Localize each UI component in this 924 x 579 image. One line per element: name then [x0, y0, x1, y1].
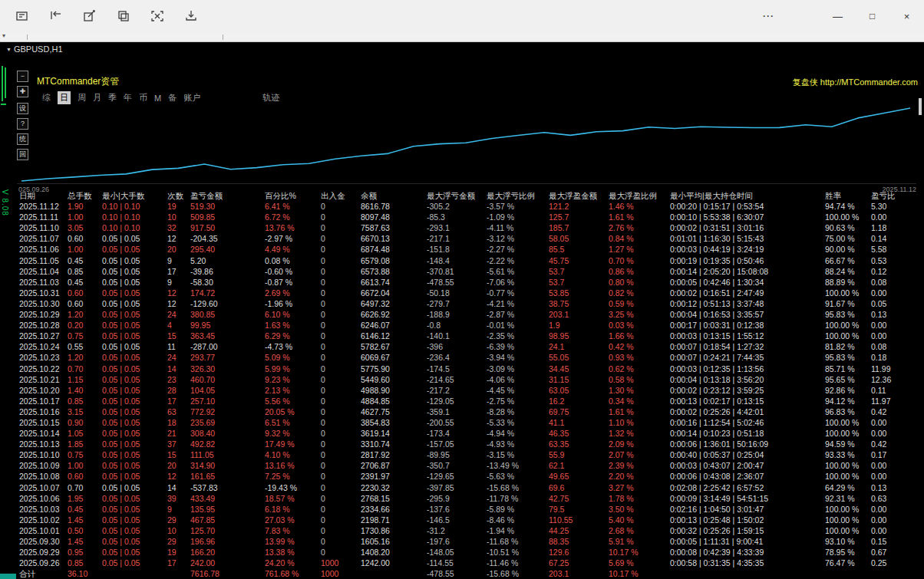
cell-pct: 13.38 %: [265, 547, 321, 558]
cell-balance: 1605.16: [361, 536, 427, 547]
cell-inout: 0: [321, 515, 361, 525]
cell-ratio: 0.00: [871, 471, 924, 482]
cell-balance: 3310.74: [361, 439, 427, 449]
cell-pct: 18.57 %: [265, 493, 321, 504]
cell-count: 63: [167, 406, 190, 417]
cell-date: 2025.10.20: [19, 385, 68, 396]
cell-minmax: 0.05 | 0.05: [102, 309, 167, 320]
cell-ratio: 0.00: [871, 428, 924, 439]
close-button[interactable]: ×: [889, 0, 924, 32]
cell-times: 0:00:19 | 0:19:35 | 0:50:46: [670, 255, 825, 266]
column-header: 最大浮盈比例: [609, 190, 670, 201]
window-icon[interactable]: [12, 7, 32, 25]
minimize-button[interactable]: —: [820, 0, 855, 32]
cell-balance: 3619.14: [361, 428, 427, 439]
cell-times: 0:00:08 | 0:42:39 | 4:33:39: [670, 547, 825, 558]
cell-win: 100.00 %: [825, 504, 871, 515]
cell-count: 17: [167, 266, 190, 277]
cell-mdd: -174.5: [427, 364, 487, 374]
column-header: 余额: [361, 190, 427, 201]
cell-pl: 509.85: [190, 212, 265, 222]
cell-minmax: 0.05 | 0.05: [102, 288, 167, 298]
cell-lots: 1.00: [68, 244, 102, 255]
cell-pct: 2.13 %: [265, 385, 321, 396]
cell-mfp: 38.75: [549, 298, 609, 309]
cell-count: 21: [167, 428, 190, 439]
cell-mfp: 203.1: [549, 568, 609, 579]
cell-mdd_pct: -1.94 %: [487, 525, 549, 536]
cell-pl: 380.85: [190, 309, 265, 320]
scrollbar-thumb[interactable]: [919, 98, 922, 115]
column-header: 总手数: [68, 190, 102, 201]
toolbar-left-icons: [0, 7, 201, 25]
cell-pct: 6.41 %: [265, 201, 321, 212]
cell-ratio: 0.00: [871, 212, 924, 222]
cell-mfp: 69.75: [549, 406, 609, 417]
cell-minmax: 0.05 | 0.05: [102, 331, 167, 341]
cell-inout: 0: [321, 417, 361, 428]
cell-mfp_pct: 0.86 %: [609, 266, 670, 277]
cell-pl: 314.90: [190, 460, 265, 471]
cell-balance: 5449.60: [361, 374, 427, 385]
cell-count: 9: [167, 504, 190, 515]
cell-win: 64.29 %: [825, 482, 871, 493]
cell-times: 0:00:04 | 0:16:53 | 3:35:57: [670, 309, 825, 320]
cell-inout: 0: [321, 233, 361, 244]
more-icon[interactable]: ⋯: [753, 9, 784, 23]
cell-times: 0:00:14 | 0:10:23 | 0:51:18: [670, 428, 825, 439]
cell-pct: 20.05 %: [265, 406, 321, 417]
cell-pct: 6.51 %: [265, 417, 321, 428]
cell-mdd_pct: -4.45 %: [487, 385, 549, 396]
cell-minmax: 0.10 | 0.10: [102, 212, 167, 222]
cell-mfp: 69.6: [549, 482, 609, 493]
cell-minmax: 0.05 | 0.05: [102, 460, 167, 471]
cell-mfp_pct: 1.10 %: [609, 417, 670, 428]
cell-mdd: -214.65: [427, 374, 487, 385]
cell-inout: 0: [321, 460, 361, 471]
cell-ratio: 0.63: [871, 493, 924, 504]
table-row: 2025.10.150.900.05 | 0.0518235.696.51 %0…: [19, 417, 924, 428]
back-icon[interactable]: [46, 7, 66, 25]
tab-M[interactable]: M: [154, 94, 161, 103]
chevron-down-icon[interactable]: ▾: [2, 32, 5, 39]
panel-collapse-button[interactable]: −: [17, 71, 28, 82]
cell-pl: 104.05: [190, 385, 265, 396]
cell-mfp_pct: 0.59 %: [609, 298, 670, 309]
cell-date: 合计: [19, 568, 68, 579]
panel-move-button[interactable]: ✚: [17, 86, 28, 97]
cell-date: 2025.10.24: [19, 341, 68, 352]
cell-count: 19: [167, 547, 190, 558]
cell-win: 90.00 %: [825, 244, 871, 255]
panel-website-link[interactable]: 复盘侠 http://MTCommander.com: [793, 77, 918, 88]
cell-mdd: -140.1: [427, 331, 487, 341]
cell-mfp_pct: 3.27 %: [609, 482, 670, 493]
cell-mfp: 88.35: [549, 536, 609, 547]
compose-icon[interactable]: [80, 7, 100, 25]
cell-pl: 460.70: [190, 374, 265, 385]
cell-mdd_pct: -1.09 %: [487, 212, 549, 222]
cell-mdd_pct: -10.51 %: [487, 547, 549, 558]
cell-pl: 111.05: [190, 449, 265, 460]
cell-date: 2025.11.04: [19, 266, 68, 277]
cell-date: 2025.10.08: [19, 471, 68, 482]
select-region-icon[interactable]: [147, 7, 167, 25]
cell-lots: 1.00: [68, 212, 102, 222]
cell-mdd: -188.9: [427, 309, 487, 320]
copy-icon[interactable]: [114, 7, 134, 25]
cell-ratio: 0.53: [871, 255, 924, 266]
cell-pct: 13.99 %: [265, 536, 321, 547]
left-strip-bar: [5, 67, 6, 98]
cell-lots: 0.85: [68, 266, 102, 277]
download-icon[interactable]: [181, 7, 201, 25]
cell-mdd: -478.55: [427, 277, 487, 288]
cell-lots: 1.95: [68, 493, 102, 504]
maximize-button[interactable]: □: [855, 0, 889, 32]
table-row: 2025.10.280.200.05 | 0.05499.951.63 %062…: [19, 320, 924, 331]
cell-win: [825, 568, 871, 579]
cell-minmax: 0.05 | 0.05: [102, 233, 167, 244]
cell-inout: 1000: [321, 568, 361, 579]
cell-balance: 3854.83: [361, 417, 427, 428]
cell-balance: [361, 568, 427, 579]
cell-count: 15: [167, 449, 190, 460]
cell-pct: 6.72 %: [265, 212, 321, 222]
